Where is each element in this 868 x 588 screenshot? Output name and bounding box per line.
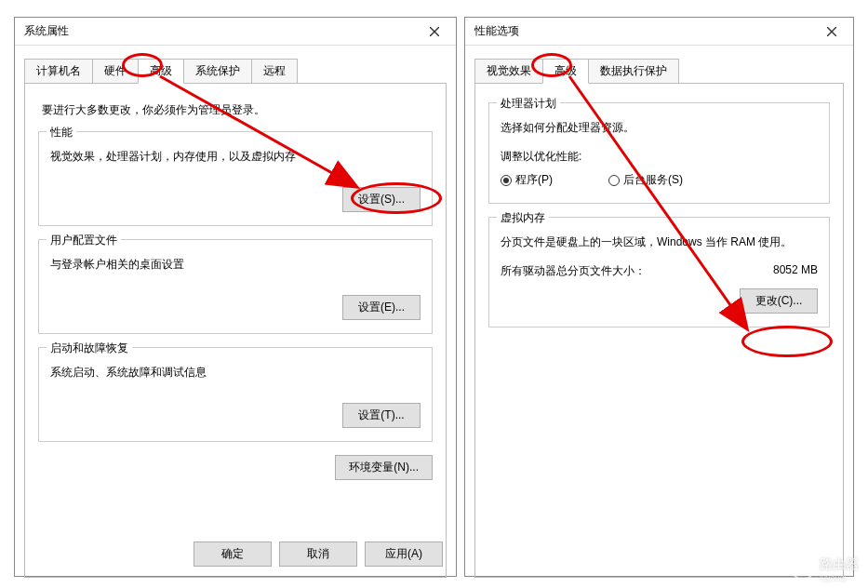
admin-notice: 要进行大多数更改，你必须作为管理员登录。 <box>42 102 433 118</box>
startup-recovery-settings-button[interactable]: 设置(T)... <box>342 403 421 428</box>
tab-dep[interactable]: 数据执行保护 <box>588 59 679 84</box>
dialog-footer-buttons: 确定 取消 应用(A) <box>194 541 443 567</box>
paging-total-label: 所有驱动器总分页文件大小： <box>501 263 646 279</box>
system-properties-dialog: 系统属性 计算机名 硬件 高级 系统保护 远程 要进行大多数更改，你必须作为管理… <box>14 17 457 577</box>
processor-scheduling-title: 处理器计划 <box>497 96 560 112</box>
advanced-tab-content: 要进行大多数更改，你必须作为管理员登录。 性能 视觉效果，处理器计划，内存使用，… <box>24 83 447 578</box>
radio-icon <box>501 175 512 186</box>
watermark: 路由器 luyouqi <box>792 556 859 582</box>
performance-options-dialog: 性能选项 视觉效果 高级 数据执行保护 处理器计划 选择如何分配处理器资源。 调… <box>464 17 854 577</box>
tabs-left: 计算机名 硬件 高级 系统保护 远程 <box>24 59 447 84</box>
virtual-memory-desc: 分页文件是硬盘上的一块区域，Windows 当作 RAM 使用。 <box>501 234 818 250</box>
radio-programs-label: 程序(P) <box>515 172 553 188</box>
radio-background[interactable]: 后台服务(S) <box>608 172 683 188</box>
svg-rect-7 <box>798 568 808 575</box>
watermark-subtext: luyouqi <box>820 573 859 582</box>
performance-group: 性能 视觉效果，处理器计划，内存使用，以及虚拟内存 设置(S)... <box>38 131 433 226</box>
ok-button[interactable]: 确定 <box>194 541 272 567</box>
titlebar: 性能选项 <box>465 18 853 46</box>
tab-advanced[interactable]: 高级 <box>542 59 589 84</box>
close-icon[interactable] <box>818 21 846 42</box>
processor-scheduling-desc: 选择如何分配处理器资源。 <box>501 120 818 136</box>
adjust-label: 调整以优化性能: <box>501 149 818 165</box>
user-profiles-group: 用户配置文件 与登录帐户相关的桌面设置 设置(E)... <box>38 239 433 334</box>
tabs-right: 视觉效果 高级 数据执行保护 <box>474 59 844 84</box>
change-button[interactable]: 更改(C)... <box>740 288 818 314</box>
tab-visual-effects[interactable]: 视觉效果 <box>474 59 543 84</box>
cancel-button[interactable]: 取消 <box>279 541 357 567</box>
startup-recovery-group: 启动和故障恢复 系统启动、系统故障和调试信息 设置(T)... <box>38 347 433 442</box>
virtual-memory-title: 虚拟内存 <box>497 210 549 226</box>
performance-group-title: 性能 <box>47 125 76 140</box>
tab-advanced[interactable]: 高级 <box>138 59 184 84</box>
radio-programs[interactable]: 程序(P) <box>501 172 553 188</box>
radio-background-label: 后台服务(S) <box>623 172 683 188</box>
tab-remote[interactable]: 远程 <box>251 59 298 84</box>
tab-system-protection[interactable]: 系统保护 <box>183 59 252 84</box>
startup-recovery-desc: 系统启动、系统故障和调试信息 <box>50 365 421 381</box>
user-profiles-settings-button[interactable]: 设置(E)... <box>342 295 421 320</box>
virtual-memory-group: 虚拟内存 分页文件是硬盘上的一块区域，Windows 当作 RAM 使用。 所有… <box>488 217 830 327</box>
paging-total-value: 8052 MB <box>773 263 818 279</box>
advanced-tab-content: 处理器计划 选择如何分配处理器资源。 调整以优化性能: 程序(P) 后台服务(S… <box>474 83 844 578</box>
watermark-icon <box>792 558 814 581</box>
tab-computer-name[interactable]: 计算机名 <box>24 59 93 84</box>
apply-button[interactable]: 应用(A) <box>365 541 443 567</box>
close-icon[interactable] <box>421 21 448 42</box>
dialog-title: 性能选项 <box>474 23 519 39</box>
radio-icon <box>608 175 620 186</box>
performance-settings-button[interactable]: 设置(S)... <box>342 187 421 212</box>
dialog-title: 系统属性 <box>24 23 69 39</box>
env-vars-button[interactable]: 环境变量(N)... <box>335 455 433 480</box>
startup-recovery-title: 启动和故障恢复 <box>47 341 132 356</box>
watermark-text: 路由器 <box>820 556 859 573</box>
tab-hardware[interactable]: 硬件 <box>92 59 139 84</box>
processor-scheduling-group: 处理器计划 选择如何分配处理器资源。 调整以优化性能: 程序(P) 后台服务(S… <box>488 102 830 204</box>
user-profiles-title: 用户配置文件 <box>47 233 121 248</box>
titlebar: 系统属性 <box>15 18 456 46</box>
user-profiles-desc: 与登录帐户相关的桌面设置 <box>50 257 421 273</box>
performance-desc: 视觉效果，处理器计划，内存使用，以及虚拟内存 <box>50 149 421 165</box>
